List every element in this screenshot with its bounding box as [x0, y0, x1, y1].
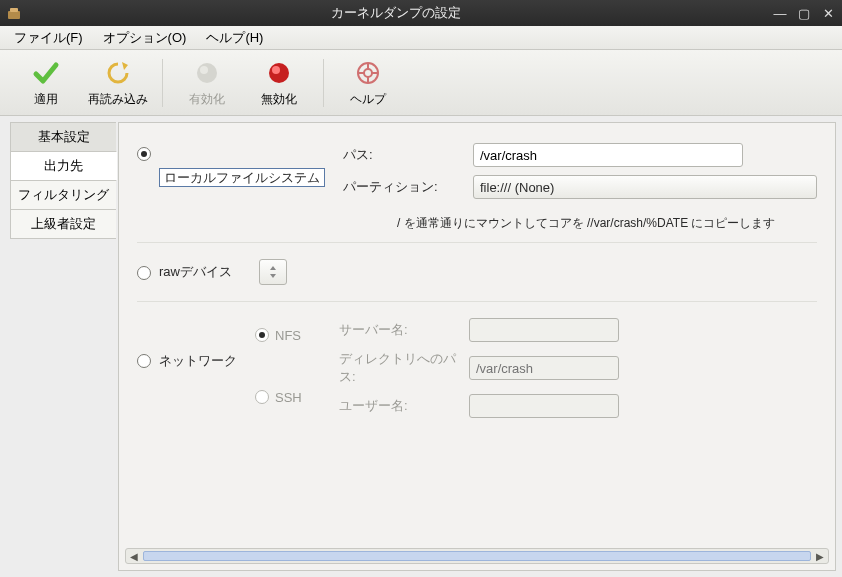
- svg-point-3: [200, 66, 208, 74]
- menu-bar: ファイル(F) オプション(O) ヘルプ(H): [0, 26, 842, 50]
- reload-icon: [104, 59, 132, 87]
- separator: [137, 242, 817, 243]
- nfs-label: NFS: [275, 328, 301, 343]
- tab-destination[interactable]: 出力先: [10, 151, 117, 181]
- help-icon: [354, 59, 382, 87]
- enable-icon: [193, 59, 221, 87]
- apply-button[interactable]: 適用: [10, 57, 82, 108]
- reload-label: 再読み込み: [82, 91, 154, 108]
- work-area: 基本設定 出力先 フィルタリング 上級者設定 ローカルファイルシステム パス:: [0, 116, 842, 577]
- server-input: [469, 318, 619, 342]
- radio-local[interactable]: [137, 147, 151, 161]
- svg-point-7: [364, 69, 372, 77]
- raw-group: rawデバイス: [137, 253, 817, 291]
- toolbar-separator: [162, 59, 163, 107]
- svg-point-5: [272, 66, 280, 74]
- raw-spinner[interactable]: [259, 259, 287, 285]
- side-tabs: 基本設定 出力先 フィルタリング 上級者設定: [10, 122, 116, 238]
- ssh-label: SSH: [275, 390, 302, 405]
- radio-nfs: [255, 328, 269, 342]
- user-label: ユーザー名:: [339, 397, 469, 415]
- reload-button[interactable]: 再読み込み: [82, 57, 154, 108]
- path-input[interactable]: [473, 143, 743, 167]
- window-title: カーネルダンプの設定: [28, 4, 764, 22]
- menu-options[interactable]: オプション(O): [93, 27, 197, 49]
- radio-raw[interactable]: [137, 266, 151, 280]
- separator: [137, 301, 817, 302]
- scroll-left-icon[interactable]: ◀: [126, 549, 142, 563]
- app-icon: [6, 5, 22, 21]
- disable-label: 無効化: [243, 91, 315, 108]
- close-button[interactable]: ✕: [820, 5, 836, 21]
- disable-icon: [265, 59, 293, 87]
- maximize-button[interactable]: ▢: [796, 5, 812, 21]
- partition-label: パーティション:: [343, 178, 473, 196]
- user-input: [469, 394, 619, 418]
- disable-button[interactable]: 無効化: [243, 57, 315, 108]
- local-hint: / を通常通りにマウントしてコアを //var/crash/%DATE にコピー…: [397, 215, 817, 232]
- scroll-thumb[interactable]: [143, 551, 811, 561]
- toolbar: 適用 再読み込み 有効化 無効化 ヘルプ: [0, 50, 842, 116]
- horizontal-scrollbar[interactable]: ◀ ▶: [125, 548, 829, 564]
- tab-filtering[interactable]: フィルタリング: [10, 180, 116, 210]
- main-panel: ローカルファイルシステム パス: パーティション: file:/// (None…: [118, 122, 836, 571]
- help-button[interactable]: ヘルプ: [332, 57, 404, 108]
- svg-point-2: [197, 63, 217, 83]
- help-label: ヘルプ: [332, 91, 404, 108]
- partition-combo[interactable]: file:/// (None): [473, 175, 817, 199]
- partition-value: file:/// (None): [480, 180, 554, 195]
- svg-rect-0: [8, 11, 20, 19]
- check-icon: [32, 59, 60, 87]
- dir-input: [469, 356, 619, 380]
- svg-point-4: [269, 63, 289, 83]
- network-group: ネットワーク NFS SSH サーバー名:: [137, 312, 817, 432]
- tab-advanced[interactable]: 上級者設定: [10, 209, 116, 239]
- local-label: ローカルファイルシステム: [159, 168, 325, 187]
- network-label: ネットワーク: [159, 353, 237, 368]
- svg-rect-1: [10, 8, 18, 12]
- menu-file[interactable]: ファイル(F): [4, 27, 93, 49]
- minimize-button[interactable]: —: [772, 5, 788, 21]
- local-group: ローカルファイルシステム パス: パーティション: file:/// (None…: [137, 137, 817, 213]
- apply-label: 適用: [10, 91, 82, 108]
- menu-help[interactable]: ヘルプ(H): [196, 27, 273, 49]
- enable-button: 有効化: [171, 57, 243, 108]
- tab-basic[interactable]: 基本設定: [10, 122, 116, 152]
- server-label: サーバー名:: [339, 321, 469, 339]
- path-label: パス:: [343, 146, 473, 164]
- title-bar: カーネルダンプの設定 — ▢ ✕: [0, 0, 842, 26]
- panel-content: ローカルファイルシステム パス: パーティション: file:/// (None…: [119, 123, 835, 446]
- toolbar-separator: [323, 59, 324, 107]
- scroll-right-icon[interactable]: ▶: [812, 549, 828, 563]
- raw-label: rawデバイス: [159, 264, 232, 279]
- dir-label: ディレクトリへのパス:: [339, 350, 469, 386]
- enable-label: 有効化: [171, 91, 243, 108]
- radio-network[interactable]: [137, 354, 151, 368]
- radio-ssh: [255, 390, 269, 404]
